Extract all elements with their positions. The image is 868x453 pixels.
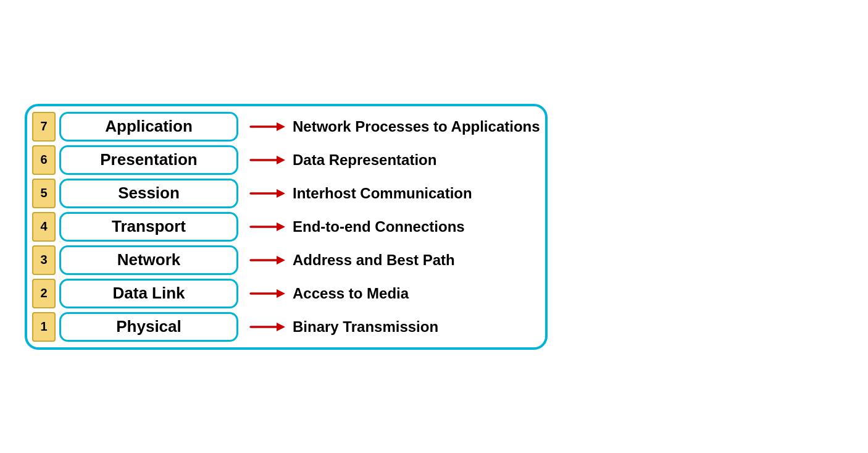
layer-box: Presentation [59, 145, 238, 175]
layer-number: 1 [32, 312, 56, 342]
osi-diagram: 7Application Network Processes to Applic… [25, 104, 548, 350]
layer-description: End-to-end Connections [293, 218, 465, 235]
svg-marker-7 [277, 222, 285, 231]
layer-description: Binary Transmission [293, 318, 438, 336]
layer-row: 4Transport End-to-end Connections [32, 212, 540, 242]
svg-marker-1 [277, 122, 285, 131]
layer-number: 7 [32, 112, 56, 142]
layer-row: 1Physical Binary Transmission [32, 312, 540, 342]
arrow-desc: Binary Transmission [249, 318, 438, 336]
layers-stack: 7Application Network Processes to Applic… [25, 104, 548, 350]
layer-number: 5 [32, 179, 56, 208]
layer-box: Data Link [59, 279, 238, 308]
layer-description: Network Processes to Applications [293, 118, 540, 135]
layer-name: Application [105, 117, 193, 136]
arrow-desc: Address and Best Path [249, 252, 455, 269]
right-arrow-icon [249, 186, 286, 201]
svg-marker-9 [277, 256, 285, 265]
layer-name: Data Link [112, 284, 185, 303]
layer-name: Session [118, 184, 180, 203]
right-arrow-icon [249, 320, 286, 334]
layer-name: Network [117, 250, 181, 269]
right-arrow-icon [249, 153, 286, 167]
arrow-desc: End-to-end Connections [249, 218, 465, 235]
arrow-desc: Interhost Communication [249, 185, 472, 202]
svg-marker-5 [277, 189, 285, 198]
layer-name: Transport [112, 217, 186, 236]
arrow-desc: Access to Media [249, 285, 409, 302]
layer-description: Data Representation [293, 151, 436, 169]
layer-description: Interhost Communication [293, 185, 472, 202]
layer-number: 3 [32, 245, 56, 275]
svg-marker-11 [277, 289, 285, 298]
layer-row: 2Data Link Access to Media [32, 279, 540, 308]
svg-marker-3 [277, 156, 285, 164]
arrow-desc: Network Processes to Applications [249, 118, 540, 135]
layer-box: Physical [59, 312, 238, 342]
arrow-desc: Data Representation [249, 151, 436, 169]
layer-number: 2 [32, 279, 56, 308]
right-arrow-icon [249, 119, 286, 134]
layer-description: Address and Best Path [293, 252, 455, 269]
right-arrow-icon [249, 286, 286, 301]
layer-row: 6Presentation Data Representation [32, 145, 540, 175]
layer-row: 5Session Interhost Communication [32, 179, 540, 208]
right-arrow-icon [249, 253, 286, 268]
layer-box: Application [59, 112, 238, 142]
layer-number: 4 [32, 212, 56, 242]
layer-row: 7Application Network Processes to Applic… [32, 112, 540, 142]
right-arrow-icon [249, 219, 286, 234]
layer-box: Network [59, 245, 238, 275]
layer-description: Access to Media [293, 285, 409, 302]
layer-box: Transport [59, 212, 238, 242]
svg-marker-13 [277, 323, 285, 331]
layer-name: Physical [116, 317, 182, 336]
layer-name: Presentation [100, 150, 198, 169]
layer-box: Session [59, 179, 238, 208]
layer-row: 3Network Address and Best Path [32, 245, 540, 275]
layer-number: 6 [32, 145, 56, 175]
